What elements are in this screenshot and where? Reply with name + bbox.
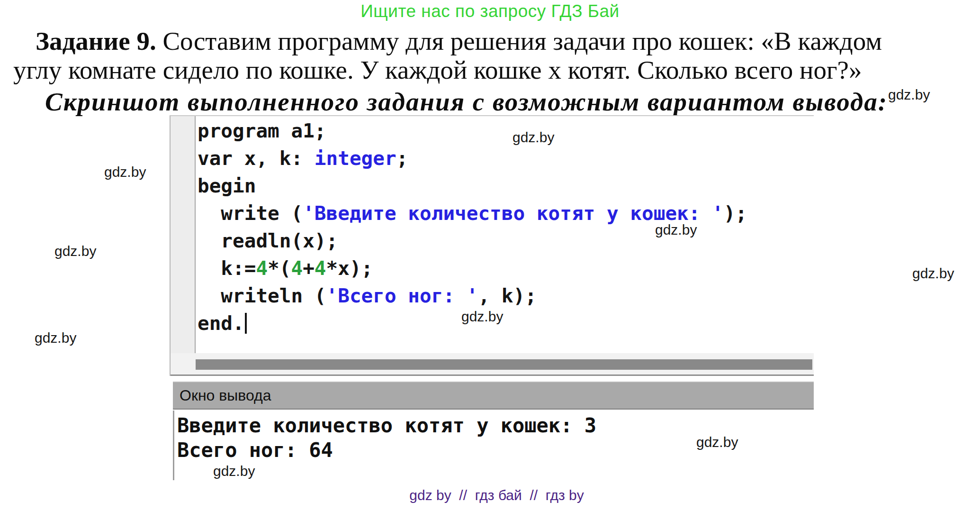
code-line: begin xyxy=(196,172,814,200)
code-segment-plain: writeln ( xyxy=(198,284,326,307)
code-line: k:=4*(4+4*x); xyxy=(196,255,814,282)
code-segment-keyword: program xyxy=(198,119,279,142)
code-editor-window: program a1;var x, k: integer;begin write… xyxy=(170,115,814,376)
watermark: gdz.by xyxy=(888,87,930,103)
task-text: Составим программу для решения задачи пр… xyxy=(156,27,882,55)
code-segment-plain: write ( xyxy=(198,202,303,225)
watermark: gdz.by xyxy=(655,222,697,238)
code-editor[interactable]: program a1;var x, k: integer;begin write… xyxy=(196,116,814,353)
code-segment-keyword: var xyxy=(198,147,233,170)
output-window-header: Окно вывода xyxy=(173,382,814,410)
promo-banner: Ищите нас по запросу ГДЗ Бай xyxy=(0,1,980,21)
output-window-title: Окно вывода xyxy=(180,383,271,409)
code-segment-plain: *( xyxy=(268,257,291,280)
task-line-1: Задание 9. Составим программу для решени… xyxy=(36,26,882,56)
code-line: writeln ('Всего ног: ', k); xyxy=(196,282,814,310)
code-line: program a1; xyxy=(196,117,814,145)
task-subtitle: Скриншот выполненного задания с возможны… xyxy=(45,87,888,117)
code-segment-plain: *x); xyxy=(326,257,373,280)
code-segment-plain: , k); xyxy=(478,284,536,307)
code-segment-string: 'Всего ног: ' xyxy=(326,284,478,307)
code-segment-plain: a1; xyxy=(279,119,326,142)
code-segment-plain: ; xyxy=(396,147,408,170)
code-line: readln(x); xyxy=(196,227,814,255)
code-segment-number: 4 xyxy=(291,257,303,280)
code-segment-number: 4 xyxy=(256,257,268,280)
scrollbar-thumb[interactable] xyxy=(196,359,812,370)
watermark: gdz.by xyxy=(912,265,954,282)
watermark: gdz.by xyxy=(104,164,146,180)
horizontal-scrollbar[interactable] xyxy=(171,353,814,376)
watermark: gdz.by xyxy=(213,463,255,479)
watermark: gdz.by xyxy=(696,434,738,450)
code-segment-string: 'Введите количество котят у кошек: ' xyxy=(303,202,724,225)
code-line: var x, k: integer; xyxy=(196,145,814,172)
watermark: gdz.by xyxy=(461,309,503,325)
code-line: end. xyxy=(196,310,814,337)
code-segment-plain: ); xyxy=(724,202,747,225)
code-segment-plain: readln(x); xyxy=(198,229,338,252)
code-segment-plain: . xyxy=(233,312,244,335)
code-segment-number: 4 xyxy=(315,257,326,280)
code-segment-plain: x, k: xyxy=(233,147,315,170)
page: Ищите нас по запросу ГДЗ Бай Задание 9. … xyxy=(0,0,980,511)
footer-watermark-line: gdz by // гдз бай // гдз by xyxy=(409,487,584,503)
code-segment-keyword: end xyxy=(198,312,233,335)
code-segment-keyword: begin xyxy=(198,174,256,197)
code-segment-plain: + xyxy=(303,257,315,280)
task-line-2: углу комнате сидело по кошке. У каждой к… xyxy=(13,55,862,85)
editor-gutter xyxy=(171,116,196,353)
task-number: Задание 9. xyxy=(36,27,156,55)
code-segment-plain: k:= xyxy=(198,257,256,280)
code-segment-type: integer xyxy=(315,147,396,170)
watermark: gdz.by xyxy=(54,243,96,259)
watermark: gdz.by xyxy=(512,129,554,146)
text-cursor xyxy=(245,313,247,334)
code-line: write ('Введите количество котят у кошек… xyxy=(196,200,814,227)
watermark: gdz.by xyxy=(35,330,76,346)
